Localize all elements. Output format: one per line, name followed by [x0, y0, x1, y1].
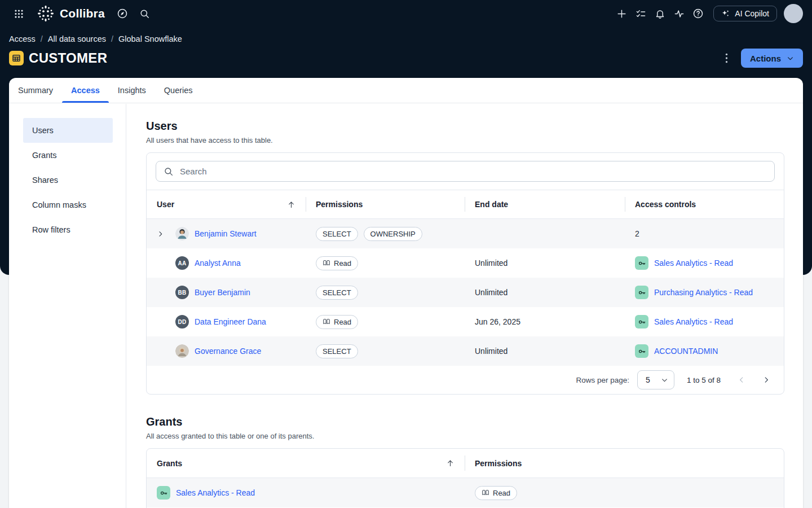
table-asset-icon [9, 51, 24, 65]
breadcrumb-global-snowflake[interactable]: Global Snowflake [118, 34, 182, 43]
access-control-key-icon [635, 286, 648, 299]
app-grid-icon[interactable] [9, 4, 28, 23]
permission-badge: Read [316, 256, 358, 270]
column-header-permissions[interactable]: Permissions [306, 190, 465, 218]
next-page-button[interactable] [758, 371, 775, 388]
grant-key-icon [157, 486, 170, 500]
end-date-cell [465, 219, 625, 248]
tab-insights[interactable]: Insights [109, 78, 155, 103]
access-control-link[interactable]: Sales Analytics - Read [654, 259, 733, 268]
sort-ascending-icon[interactable] [287, 200, 295, 209]
users-search-input[interactable] [180, 167, 767, 176]
column-header-end-date[interactable]: End date [465, 190, 625, 218]
collibra-logo-icon [37, 5, 54, 22]
sidebar-item-shares[interactable]: Shares [23, 168, 113, 192]
grants-table: Grants Permissions [146, 448, 784, 508]
access-sidebar: Users Grants Shares Column masks Row fil… [9, 104, 126, 508]
table-row: Governance Grace SELECT Unlimited [147, 336, 784, 366]
grant-link[interactable]: Sales Analytics - Read [176, 488, 255, 497]
rows-per-page-select[interactable]: 5 [637, 370, 674, 389]
user-link[interactable]: Analyst Anna [195, 259, 241, 268]
sidebar-item-row-filters[interactable]: Row filters [23, 217, 113, 242]
compass-icon[interactable] [113, 4, 132, 23]
notifications-bell-icon[interactable] [650, 4, 669, 23]
access-control-key-icon [635, 256, 648, 270]
permission-badge: SELECT [316, 344, 358, 358]
users-search[interactable] [156, 161, 775, 182]
access-control-link[interactable]: ACCOUNTADMIN [654, 347, 718, 356]
search-icon [164, 167, 174, 177]
chevron-down-icon [661, 376, 668, 384]
breadcrumb-access[interactable]: Access [9, 34, 36, 43]
page-title-bar: CUSTOMER Actions [9, 47, 803, 69]
column-header-user[interactable]: User [147, 190, 306, 218]
tab-summary[interactable]: Summary [9, 78, 62, 103]
tab-queries[interactable]: Queries [155, 78, 202, 103]
permission-badge: Read [316, 315, 358, 329]
users-section-title: Users [146, 120, 784, 133]
users-table-header: User Permissions End date Access control… [147, 190, 784, 219]
activity-pulse-icon[interactable] [669, 4, 689, 23]
sort-ascending-icon[interactable] [446, 459, 454, 467]
column-header-access-controls[interactable]: Access controls [625, 190, 784, 218]
end-date-cell: Jun 26, 2025 [465, 307, 625, 336]
access-control-key-icon [635, 344, 648, 358]
column-header-grants[interactable]: Grants [147, 449, 465, 478]
users-table: User Permissions End date Access control… [146, 152, 784, 395]
avatar-photo [175, 344, 189, 358]
permission-badge: Read [475, 486, 517, 500]
user-link[interactable]: Data Engineer Dana [195, 317, 266, 326]
top-navigation-bar: Collibra [0, 0, 812, 27]
rows-per-page-label: Rows per page: [576, 376, 629, 384]
avatar-initials: BB [175, 286, 189, 299]
users-section-subtitle: All users that have access to this table… [146, 136, 784, 144]
asset-detail-card: Summary Access Insights Queries Users Gr… [9, 78, 803, 508]
sidebar-item-users[interactable]: Users [23, 118, 113, 143]
previous-page-button[interactable] [733, 371, 750, 388]
sidebar-item-grants[interactable]: Grants [23, 143, 113, 168]
permission-badge: SELECT [316, 227, 358, 241]
sidebar-item-column-masks[interactable]: Column masks [23, 192, 113, 217]
access-controls-count: 2 [625, 219, 784, 248]
table-row: DD Data Engineer Dana Read Jun 26, 2025 [147, 307, 784, 336]
more-options-kebab-icon[interactable] [721, 50, 733, 67]
tab-access[interactable]: Access [62, 78, 109, 103]
user-avatar[interactable] [784, 4, 803, 23]
create-plus-icon[interactable] [612, 4, 631, 23]
breadcrumb-all-data-sources[interactable]: All data sources [48, 34, 106, 43]
table-row: Sales Analytics - Read Read [147, 478, 784, 507]
access-control-link[interactable]: Sales Analytics - Read [654, 317, 733, 326]
ai-copilot-button[interactable]: AI Copilot [713, 6, 777, 21]
sparkles-icon [721, 9, 730, 18]
table-row: BB Buyer Benjamin SELECT Unlimited [147, 278, 784, 307]
user-link[interactable]: Governance Grace [195, 347, 261, 356]
avatar-initials: DD [175, 315, 189, 329]
page-title: CUSTOMER [29, 50, 107, 66]
end-date-cell: Unlimited [465, 248, 625, 278]
grants-section-subtitle: All access granted to this table or one … [146, 432, 784, 440]
book-icon [323, 318, 330, 326]
breadcrumb: Access / All data sources / Global Snowf… [9, 34, 182, 43]
search-icon[interactable] [135, 4, 155, 23]
chevron-down-icon [787, 55, 794, 62]
tab-bar: Summary Access Insights Queries [9, 78, 803, 103]
actions-button[interactable]: Actions [741, 49, 803, 68]
end-date-cell: Unlimited [465, 278, 625, 307]
help-icon[interactable] [689, 4, 708, 23]
access-control-key-icon [635, 315, 648, 329]
user-link[interactable]: Buyer Benjamin [195, 288, 250, 297]
access-control-link[interactable]: Purchasing Analytics - Read [654, 288, 753, 297]
column-header-permissions[interactable]: Permissions [465, 449, 784, 478]
tasks-checklist-icon[interactable] [631, 4, 650, 23]
user-link[interactable]: Benjamin Stewart [195, 229, 257, 238]
table-row: AA Analyst Anna Read Unlimited [147, 248, 784, 278]
end-date-cell: Unlimited [465, 336, 625, 366]
brand-name: Collibra [60, 7, 105, 20]
avatar-initials: AA [175, 256, 189, 270]
permission-badge: OWNERSHIP [364, 227, 422, 241]
permission-badge: SELECT [316, 286, 358, 300]
book-icon [323, 259, 330, 267]
expand-row-chevron-icon[interactable] [157, 230, 175, 238]
ai-copilot-label: AI Copilot [735, 9, 769, 18]
grants-section-title: Grants [146, 415, 784, 428]
